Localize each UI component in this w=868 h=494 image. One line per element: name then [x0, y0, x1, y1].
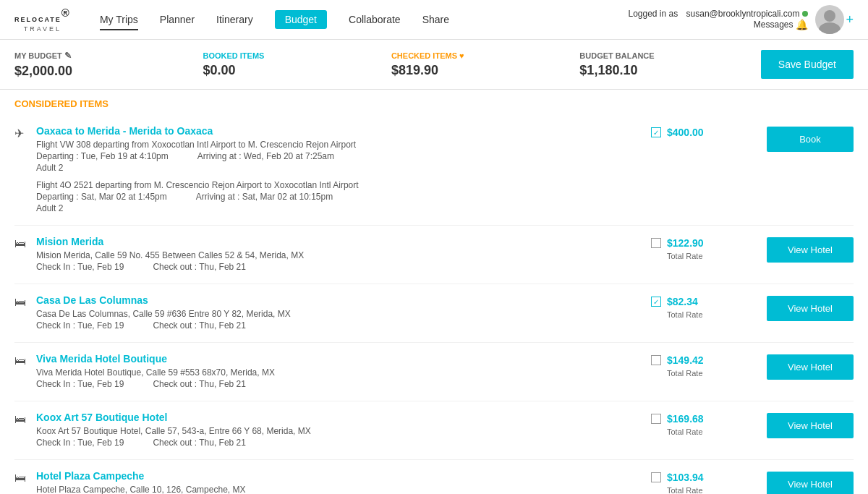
list-item: ✈Oaxaca to Merida - Merida to OaxacaFlig… [14, 115, 854, 226]
item-title: Koox Art 57 Boutique Hotel [36, 412, 651, 423]
logo-sub: TRAVEL [14, 25, 71, 33]
item-title: Hotel Plaza Campeche [36, 470, 651, 482]
departure-time: Departing : Sat, Mar 02 at 1:45pm [36, 192, 167, 202]
checkin-date: Check In : Tue, Feb 19 [36, 262, 124, 272]
item-content: Viva Merida Hotel BoutiqueViva Merida Ho… [36, 353, 651, 391]
item-title: Mision Merida [36, 236, 651, 247]
item-title: Oaxaca to Merida - Merida to Oaxaca [36, 125, 651, 137]
item-content: Oaxaca to Merida - Merida to OaxacaFligh… [36, 125, 651, 215]
price-checkbox[interactable] [651, 355, 661, 365]
view-hotel-button[interactable]: View Hotel [767, 472, 854, 494]
item-price-area: $149.42Total Rate [651, 353, 767, 378]
hotel-address: Mision Merida, Calle 59 No. 455 Between … [36, 250, 651, 260]
list-item: 🛏Viva Merida Hotel BoutiqueViva Merida H… [14, 343, 854, 401]
price-row: $82.34 [651, 296, 698, 307]
messages-label[interactable]: Messages [754, 20, 793, 30]
nav-my-trips[interactable]: My Trips [100, 10, 138, 29]
checkout-date: Check out : Thu, Feb 21 [153, 262, 246, 272]
checked-value: $819.90 [391, 63, 565, 78]
messages-row: Messages 🔔 [754, 19, 809, 30]
balance-label: BUDGET BALANCE [579, 51, 753, 60]
list-item: 🛏Casa De Las ColumnasCasa De Las Columna… [14, 284, 854, 343]
item-action-area: Book [767, 125, 854, 152]
hotel-dates: Check In : Tue, Feb 19Check out : Thu, F… [36, 379, 651, 389]
booked-value: $0.00 [203, 63, 376, 78]
nav-links: My Trips Planner Itinerary Budget Collab… [100, 10, 629, 29]
price-amount: $122.90 [667, 237, 704, 249]
checked-label-text: CHECKED ITEMS [391, 51, 457, 60]
price-checkbox[interactable] [651, 414, 661, 424]
nav-collaborate[interactable]: Collaborate [349, 10, 401, 29]
checkout-date: Check out : Thu, Feb 21 [153, 438, 246, 448]
checkout-date: Check out : Thu, Feb 21 [153, 379, 246, 389]
checked-items: CHECKED ITEMS ♥ $819.90 [384, 51, 572, 78]
avatar-body [819, 22, 841, 34]
balance-value: $1,180.10 [579, 63, 753, 78]
price-row: $103.94 [651, 472, 704, 483]
heart-icon: ♥ [459, 51, 464, 60]
item-action-area: View Hotel [767, 412, 854, 438]
logged-in-label: Logged in as [628, 9, 678, 19]
view-hotel-button[interactable]: View Hotel [767, 237, 854, 263]
logo: RELOCATE® TRAVEL [14, 7, 71, 33]
hotel-dates: Check In : Tue, Feb 19Check out : Thu, F… [36, 320, 651, 331]
pencil-icon[interactable]: ✎ [64, 51, 72, 61]
item-content: Hotel Plaza CampecheHotel Plaza Campeche… [36, 470, 651, 494]
my-budget-item: MY BUDGET ✎ $2,000.00 [14, 51, 195, 79]
passenger-count: Adult 2 [36, 203, 651, 213]
item-action-area: View Hotel [767, 353, 854, 380]
item-title: Viva Merida Hotel Boutique [36, 353, 651, 365]
hotel-icon: 🛏 [14, 412, 36, 426]
view-hotel-button[interactable]: View Hotel [767, 296, 854, 321]
user-email: Logged in as susan@brooklyntropicali.com [628, 9, 808, 19]
flight-route: Flight VW 308 departing from Xoxocotlan … [36, 140, 651, 150]
flight-icon: ✈ [14, 125, 36, 140]
item-content: Casa De Las ColumnasCasa De Las Columnas… [36, 294, 651, 332]
header: RELOCATE® TRAVEL My Trips Planner Itiner… [0, 0, 868, 40]
arrival-time: Arriving at : Sat, Mar 02 at 10:15pm [196, 192, 333, 202]
price-row: $400.00 [651, 127, 704, 138]
view-hotel-button[interactable]: View Hotel [767, 413, 854, 438]
price-checkbox[interactable] [651, 238, 661, 248]
considered-items-header: CONSIDERED ITEMS [0, 90, 868, 115]
list-item: 🛏Hotel Plaza CampecheHotel Plaza Campech… [14, 460, 854, 494]
price-amount: $400.00 [667, 127, 704, 138]
hotel-icon: 🛏 [14, 353, 36, 367]
item-price-area: $103.94Total Rate [651, 470, 767, 494]
item-price-area: $82.34Total Rate [651, 294, 767, 319]
checkout-date: Check out : Thu, Feb 21 [153, 320, 246, 331]
nav-itinerary[interactable]: Itinerary [216, 10, 253, 29]
price-checkbox[interactable] [651, 297, 661, 307]
view-hotel-button[interactable]: View Hotel [767, 354, 854, 380]
nav-planner[interactable]: Planner [160, 10, 195, 29]
hotel-icon: 🛏 [14, 294, 36, 309]
item-title: Casa De Las Columnas [36, 294, 651, 306]
item-content: Koox Art 57 Boutique HotelKoox Art 57 Bo… [36, 412, 651, 449]
save-budget-button[interactable]: Save Budget [761, 50, 854, 79]
price-row: $149.42 [651, 354, 704, 366]
item-price-area: $122.90Total Rate [651, 236, 767, 260]
avatar [815, 5, 844, 34]
item-price-area: $169.68Total Rate [651, 412, 767, 436]
items-list: ✈Oaxaca to Merida - Merida to OaxacaFlig… [0, 115, 868, 494]
price-checkbox[interactable] [651, 472, 661, 482]
nav-budget[interactable]: Budget [275, 10, 327, 29]
price-label: Total Rate [667, 486, 703, 494]
price-checkbox[interactable] [651, 127, 661, 137]
checkin-date: Check In : Tue, Feb 19 [36, 379, 124, 389]
price-label: Total Rate [667, 427, 703, 436]
hotel-dates: Check In : Tue, Feb 19Check out : Thu, F… [36, 438, 651, 448]
hotel-address: Hotel Plaza Campeche, Calle 10, 126, Cam… [36, 485, 651, 494]
hotel-address: Koox Art 57 Boutique Hotel, Calle 57, 54… [36, 426, 651, 436]
list-item: 🛏Koox Art 57 Boutique HotelKoox Art 57 B… [14, 401, 854, 460]
my-budget-label-text: MY BUDGET [14, 51, 62, 60]
list-item: 🛏Mision MeridaMision Merida, Calle 59 No… [14, 226, 854, 284]
book-button[interactable]: Book [767, 127, 854, 152]
flight-route: Flight 4O 2521 departing from M. Crescen… [36, 180, 651, 190]
passenger-count: Adult 2 [36, 163, 651, 173]
booked-label: BOOKED ITEMS [203, 51, 376, 60]
item-action-area: View Hotel [767, 470, 854, 494]
price-label: Total Rate [667, 310, 703, 319]
nav-share[interactable]: Share [422, 10, 449, 29]
flight-detail-section: Flight 4O 2521 departing from M. Crescen… [36, 180, 651, 213]
